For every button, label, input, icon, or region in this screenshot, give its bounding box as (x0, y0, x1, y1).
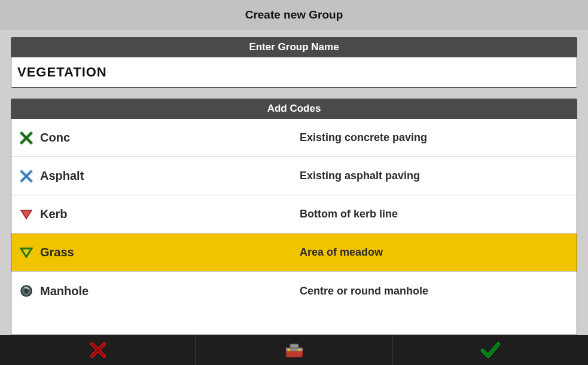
circle-icon (16, 284, 36, 297)
bottombar (0, 335, 588, 365)
x-blue-icon (16, 170, 36, 183)
tri-red-icon (16, 208, 36, 220)
code-desc: Centre or round manhole (300, 285, 572, 297)
content: Enter Group Name Add Codes ConcExisting … (0, 30, 588, 335)
page-title: Create new Group (245, 8, 343, 22)
code-row[interactable]: ManholeCentre or round manhole (11, 272, 577, 310)
svg-rect-8 (298, 349, 301, 351)
svg-marker-0 (21, 210, 32, 219)
group-name-panel: Enter Group Name (11, 37, 577, 88)
code-desc: Bottom of kerb line (300, 208, 572, 220)
group-name-header: Enter Group Name (11, 37, 577, 57)
code-desc: Existing asphalt paving (300, 170, 572, 182)
toolbox-button[interactable] (196, 335, 392, 365)
code-name: Grass (36, 246, 300, 259)
code-row[interactable]: AsphaltExisting asphalt paving (11, 157, 577, 195)
toolbox-icon (284, 342, 304, 358)
code-row[interactable]: GrassArea of meadow (11, 234, 577, 272)
code-row[interactable]: KerbBottom of kerb line (11, 195, 577, 234)
group-name-input[interactable] (11, 57, 577, 87)
titlebar: Create new Group (0, 0, 588, 30)
confirm-button[interactable] (392, 335, 588, 365)
code-desc: Area of meadow (300, 246, 572, 259)
tri-green-icon (16, 247, 36, 259)
svg-point-3 (25, 289, 29, 293)
cancel-button[interactable] (0, 335, 196, 365)
svg-marker-1 (21, 249, 32, 257)
svg-rect-6 (290, 344, 298, 348)
close-icon (89, 341, 107, 359)
app-root: Create new Group Enter Group Name Add Co… (0, 0, 588, 365)
code-row[interactable]: ConcExisting concrete paving (11, 119, 577, 157)
add-codes-header: Add Codes (11, 99, 577, 119)
codes-panel: Add Codes ConcExisting concrete pavingAs… (11, 99, 577, 335)
code-desc: Existing concrete paving (300, 131, 572, 144)
group-name-input-wrap (11, 57, 577, 88)
code-name: Kerb (36, 207, 300, 221)
code-name: Conc (36, 131, 300, 145)
code-name: Asphalt (36, 169, 300, 183)
codes-list: ConcExisting concrete pavingAsphaltExist… (11, 119, 577, 335)
x-green-icon (16, 131, 36, 145)
svg-rect-7 (288, 349, 290, 351)
check-icon (480, 341, 501, 359)
code-name: Manhole (36, 284, 300, 298)
